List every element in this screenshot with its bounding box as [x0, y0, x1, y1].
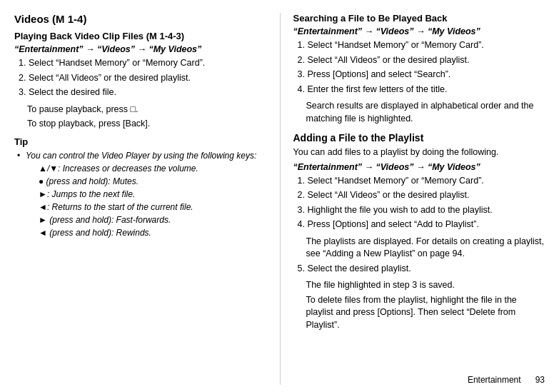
adding-step5-note1: The file highlighted in step 3 is saved. — [293, 279, 545, 292]
footer-label: Entertainment — [468, 375, 521, 385]
footer-page: 93 — [535, 375, 545, 385]
left-column: Videos (M 1-4) Playing Back Video Clip F… — [14, 13, 280, 385]
tip-sub-2: ►: Jumps to the next file. — [33, 188, 267, 201]
page: Videos (M 1-4) Playing Back Video Clip F… — [0, 0, 559, 392]
adding-section: Adding a File to the Playlist You can ad… — [293, 132, 545, 331]
main-title: Videos (M 1-4) — [14, 13, 267, 25]
adding-steps: Select “Handset Memory” or “Memory Card”… — [293, 175, 545, 231]
search-step-1: Select “Handset Memory” or “Memory Card”… — [308, 39, 545, 52]
search-step-2: Select “All Videos” or the desired playl… — [308, 54, 545, 67]
tip-list: You can control the Video Player by usin… — [14, 149, 267, 239]
adding-step4-note: The playlists are displayed. For details… — [293, 236, 545, 261]
footer: Entertainment 93 — [468, 375, 545, 385]
step3-note2: To stop playback, press [Back]. — [14, 118, 267, 131]
step-2: Select “All Videos” or the desired playl… — [29, 72, 267, 85]
adding-step-3: Highlight the file you wish to add to th… — [308, 204, 545, 217]
tip-sub-0: ▲/▼: Increases or decreases the volume. — [33, 162, 267, 175]
adding-title: Adding a File to the Playlist — [293, 132, 545, 144]
tip-sub-3: ◄: Returns to the start of the current f… — [33, 201, 267, 213]
adding-path: “Entertainment” → “Videos” → “My Videos” — [293, 162, 545, 172]
tip-item-intro: You can control the Video Player by usin… — [20, 149, 267, 239]
right-column: Searching a File to Be Played Back “Ente… — [280, 13, 545, 385]
adding-desc: You can add files to a playlist by doing… — [293, 146, 545, 159]
step3-note1: To pause playback, press □. — [14, 104, 267, 116]
search-path: “Entertainment” → “Videos” → “My Videos” — [293, 26, 545, 36]
tip-sub-4: ► (press and hold): Fast-forwards. — [33, 213, 267, 226]
search-step-3: Press [Options] and select “Search”. — [308, 69, 545, 81]
adding-steps-cont: Select the desired playlist. — [293, 263, 545, 276]
tip-sub-5: ◄ (press and hold): Rewinds. — [33, 226, 267, 239]
tip-title: Tip — [14, 136, 28, 147]
adding-step-2: Select “All Videos” or the desired playl… — [308, 189, 545, 202]
tip-section: Tip You can control the Video Player by … — [14, 136, 267, 239]
adding-step-4: Press [Options] and select “Add to Playl… — [308, 218, 545, 231]
tip-sub-1: ● (press and hold): Mutes. — [33, 175, 267, 188]
adding-step5-note2: To delete files from the playlist, highl… — [293, 294, 545, 332]
search-steps: Select “Handset Memory” or “Memory Card”… — [293, 39, 545, 96]
search-step-4: Enter the first few letters of the title… — [308, 84, 545, 96]
tip-sub-list: ▲/▼: Increases or decreases the volume. … — [26, 162, 267, 239]
search-title: Searching a File to Be Played Back — [293, 13, 545, 24]
adding-step-1: Select “Handset Memory” or “Memory Card”… — [308, 175, 545, 188]
search-step4-note: Search results are displayed in alphabet… — [293, 100, 545, 125]
step-3: Select the desired file. — [29, 86, 267, 99]
step-1: Select “Handset Memory” or “Memory Card”… — [29, 57, 267, 70]
subsection1-title: Playing Back Video Clip Files (M 1-4-3) — [14, 31, 267, 41]
subsection1-steps: Select “Handset Memory” or “Memory Card”… — [14, 57, 267, 99]
adding-step-5: Select the desired playlist. — [308, 263, 545, 276]
subsection1-path: “Entertainment” → “Videos” → “My Videos” — [14, 44, 267, 54]
